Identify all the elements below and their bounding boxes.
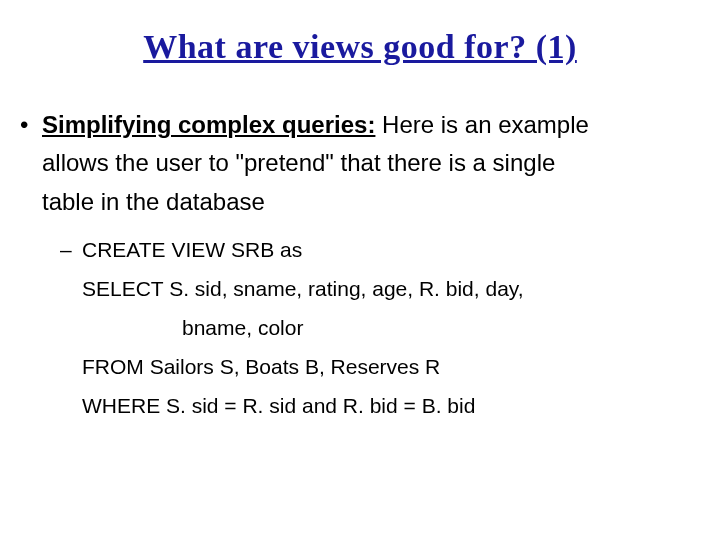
bullet-text-2: allows the user to "pretend" that there … (42, 149, 555, 176)
sql-line-1: CREATE VIEW SRB as (82, 238, 302, 261)
bullet-level-2: –CREATE VIEW SRB as SELECT S. sid, sname… (60, 231, 700, 425)
sql-line-2: SELECT S. sid, sname, rating, age, R. bi… (82, 277, 524, 300)
sql-block: CREATE VIEW SRB as SELECT S. sid, sname,… (82, 231, 672, 425)
slide-title: What are views good for? (1) (0, 28, 720, 66)
bullet-marker: • (20, 106, 42, 144)
bullet-text-1: Here is an example (375, 111, 588, 138)
sql-line-3: bname, color (182, 316, 303, 339)
sql-line-4: FROM Sailors S, Boats B, Reserves R (82, 355, 440, 378)
slide: What are views good for? (1) •Simplifyin… (0, 28, 720, 540)
sql-line-5: WHERE S. sid = R. sid and R. bid = B. bi… (82, 394, 475, 417)
bullet-text-3: table in the database (42, 188, 265, 215)
bullet-level-1: •Simplifying complex queries: Here is an… (20, 106, 700, 221)
bullet-content: Simplifying complex queries: Here is an … (42, 106, 692, 221)
bullet-lead: Simplifying complex queries: (42, 111, 375, 138)
bullet-marker: – (60, 231, 82, 270)
